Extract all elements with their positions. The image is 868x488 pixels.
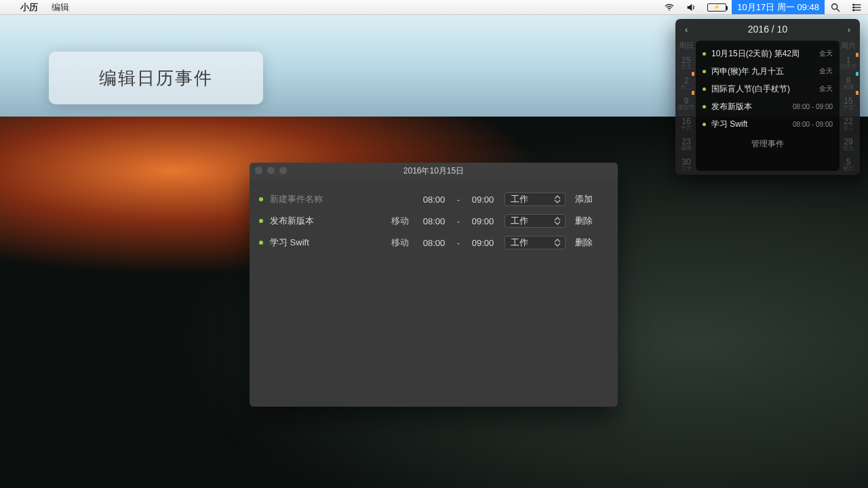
caption-card: 编辑日历事件	[49, 52, 263, 104]
event-dot-icon	[259, 219, 263, 223]
battery-icon[interactable]: ⚡	[702, 0, 732, 14]
event-time: 全天	[819, 84, 833, 94]
close-dot[interactable]	[255, 167, 262, 174]
end-time-input[interactable]: 09:00	[468, 216, 498, 226]
category-select[interactable]: 工作	[505, 236, 566, 249]
svg-point-1	[832, 3, 837, 9]
day-sub: 十六	[681, 125, 692, 131]
event-item[interactable]: 学习 Swift 08:00 - 09:00	[703, 115, 833, 133]
event-item[interactable]: 国际盲人节(白手杖节) 全天	[703, 80, 833, 98]
event-time: 全天	[819, 49, 833, 58]
time-dash: -	[456, 216, 461, 226]
event-time: 08:00 - 09:00	[793, 121, 833, 128]
event-item[interactable]: 丙申(猴)年 九月十五 全天	[703, 62, 833, 80]
end-time-input[interactable]: 09:00	[468, 195, 498, 205]
event-dot-icon	[703, 87, 706, 91]
move-button[interactable]: 移动	[388, 237, 412, 249]
event-name-input[interactable]: 发布新版本	[270, 215, 381, 227]
day-sub: 三十	[681, 166, 692, 171]
event-text: 国际盲人节(白手杖节)	[711, 83, 814, 95]
stepper-icon	[554, 237, 562, 248]
category-value: 工作	[511, 193, 528, 205]
event-text: 发布新版本	[711, 101, 787, 113]
event-dot-icon	[259, 197, 263, 201]
category-select[interactable]: 工作	[505, 214, 566, 228]
event-time: 全天	[819, 66, 833, 76]
event-tick-icon	[856, 72, 859, 76]
spotlight-icon[interactable]	[825, 0, 846, 14]
prev-month-button[interactable]: ‹	[682, 24, 690, 35]
edit-menu[interactable]: 编辑	[45, 0, 76, 15]
weekday-col-left: 周日 25廿五 2初二 9重阳节 16十六 23霜降 30三十	[678, 39, 694, 175]
time-dash: -	[456, 195, 461, 205]
day-sub: 廿五	[681, 64, 692, 70]
day-sub: 廿二	[843, 125, 854, 131]
event-name-input[interactable]: 新建事件名称	[270, 193, 381, 205]
weekday-label: 周日	[679, 42, 694, 49]
event-list: 10月15日(2天前) 第42周 全天 丙申(猴)年 九月十五 全天 国际盲人节…	[696, 41, 840, 171]
weekday-label: 周六	[841, 42, 856, 49]
event-row-new: 新建事件名称 08:00 - 09:00 工作 添加	[259, 188, 608, 210]
menubar-clock[interactable]: 10月17日 周一 09:48	[732, 0, 825, 14]
manage-events-button[interactable]: 管理事件	[703, 133, 833, 152]
day-sub: 初六	[843, 166, 854, 171]
month-header: ‹ 2016 / 10 ›	[675, 19, 860, 39]
menubar: 小历 编辑 ⚡ 10月17日 周一 09:48	[0, 0, 868, 15]
delete-button[interactable]: 删除	[572, 237, 595, 249]
event-dot-icon	[703, 52, 706, 56]
svg-point-8	[853, 9, 854, 11]
day-sub: 霜降	[681, 146, 692, 151]
stepper-icon	[554, 194, 562, 205]
event-dot-icon	[703, 105, 706, 108]
start-time-input[interactable]: 08:00	[419, 216, 449, 226]
minimize-dot[interactable]	[267, 167, 275, 174]
add-button[interactable]: 添加	[572, 193, 595, 205]
next-month-button[interactable]: ›	[845, 24, 853, 35]
event-name-input[interactable]: 学习 Swift	[270, 237, 381, 249]
popover-content: 周日 25廿五 2初二 9重阳节 16十六 23霜降 30三十 周六 1国庆节 …	[675, 39, 860, 175]
svg-point-0	[669, 9, 670, 11]
event-editor-window: 2016年10月15日 新建事件名称 08:00 - 09:00 工作 添加	[250, 163, 618, 407]
editor-title: 2016年10月15日	[403, 165, 464, 177]
category-value: 工作	[511, 215, 528, 227]
start-time-input[interactable]: 08:00	[419, 238, 449, 248]
day-sub: 寒露	[843, 85, 854, 90]
category-select[interactable]: 工作	[505, 192, 566, 206]
day-sub: 廿九	[843, 146, 854, 151]
caption-text: 编辑日历事件	[99, 66, 213, 90]
event-time: 08:00 - 09:00	[793, 103, 833, 110]
event-item[interactable]: 10月15日(2天前) 第42周 全天	[703, 45, 833, 62]
event-tick-icon	[856, 91, 859, 95]
event-dot-icon	[703, 70, 706, 73]
day-sub: 国庆节	[840, 64, 856, 70]
event-row: 学习 Swift 移动 08:00 - 09:00 工作 删除	[259, 232, 608, 253]
move-button[interactable]: 移动	[388, 215, 412, 227]
traffic-lights[interactable]	[255, 167, 287, 174]
event-item[interactable]: 发布新版本 08:00 - 09:00	[703, 98, 833, 115]
start-time-input[interactable]: 08:00	[419, 195, 449, 205]
zoom-dot[interactable]	[279, 167, 287, 174]
weekday-col-right: 周六 1国庆节 8寒露 15十五 22廿二 29廿九 5初六	[840, 39, 857, 175]
time-dash: -	[456, 238, 461, 248]
app-name-menu[interactable]: 小历	[14, 0, 45, 15]
delete-button[interactable]: 删除	[572, 215, 595, 227]
svg-point-6	[853, 4, 854, 5]
day-sub: 初二	[681, 85, 692, 90]
calendar-popover: ‹ 2016 / 10 › 周日 25廿五 2初二 9重阳节 16十六 23霜降…	[675, 19, 860, 175]
event-tick-icon	[692, 91, 694, 95]
notification-center-icon[interactable]	[846, 0, 868, 14]
day-sub: 十五	[843, 105, 854, 110]
event-text: 10月15日(2天前) 第42周	[711, 48, 814, 60]
end-time-input[interactable]: 09:00	[468, 238, 498, 248]
event-text: 学习 Swift	[711, 119, 787, 130]
svg-point-7	[853, 7, 854, 8]
editor-titlebar[interactable]: 2016年10月15日	[250, 163, 618, 179]
popover-pointer-icon	[859, 100, 860, 110]
wifi-icon[interactable]	[658, 0, 680, 14]
svg-line-2	[837, 9, 840, 12]
volume-icon[interactable]	[680, 0, 702, 14]
month-label: 2016 / 10	[748, 24, 787, 35]
category-value: 工作	[511, 237, 528, 249]
event-tick-icon	[692, 72, 694, 76]
day-sub: 重阳节	[678, 105, 694, 110]
